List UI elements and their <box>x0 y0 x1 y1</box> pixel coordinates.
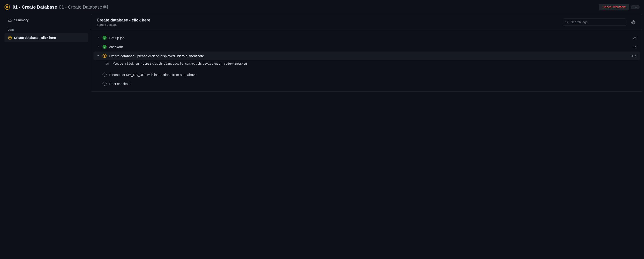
log-settings-button[interactable] <box>630 19 636 26</box>
more-actions-button[interactable] <box>631 5 640 9</box>
log-line: 16 Please click on https://auth.planetsc… <box>94 61 640 69</box>
step-row[interactable]: checkout 1s <box>94 43 640 51</box>
chevron-right-icon <box>97 36 100 39</box>
sidebar: Summary Jobs Create database - click her… <box>2 14 91 92</box>
sidebar-job-label: Create database - click here <box>14 36 56 40</box>
step-row[interactable]: Post checkout <box>94 79 640 88</box>
panel-header: Create database - click here Started 34s… <box>91 14 642 30</box>
step-row[interactable]: Create database - please click on displa… <box>94 52 640 60</box>
step-duration: 1s <box>633 45 636 49</box>
step-label: Please set MY_DB_URL with instructions f… <box>109 73 634 77</box>
step-label: checkout <box>109 45 630 49</box>
job-started-time: Started 34s ago <box>97 23 559 27</box>
gear-icon <box>631 20 635 24</box>
workflow-run-label: 01 - Create Database #4 <box>59 5 108 10</box>
chevron-right-icon <box>97 45 100 48</box>
kebab-icon <box>634 7 637 8</box>
chevron-down-icon <box>97 54 100 57</box>
sidebar-summary-label: Summary <box>14 18 28 22</box>
sidebar-summary-item[interactable]: Summary <box>4 16 88 24</box>
home-icon <box>8 18 12 22</box>
svg-line-1 <box>568 23 568 24</box>
running-status-icon <box>102 54 106 58</box>
workflow-header: 01 - Create Database 01 - Create Databas… <box>0 0 644 14</box>
running-status-icon <box>4 4 10 10</box>
jobs-section-title: Jobs <box>4 24 88 33</box>
svg-point-0 <box>566 21 568 23</box>
success-status-icon <box>102 36 106 40</box>
workflow-title: 01 - Create Database <box>13 5 57 10</box>
job-title: Create database - click here <box>97 18 559 23</box>
step-label: Create database - please click on displa… <box>109 54 629 58</box>
running-status-icon <box>8 36 12 40</box>
log-line-number: 16 <box>104 62 109 65</box>
pending-status-icon <box>102 82 106 86</box>
success-status-icon <box>102 45 106 49</box>
header-title-group: 01 - Create Database 01 - Create Databas… <box>13 5 596 10</box>
pending-status-icon <box>102 73 106 77</box>
step-row[interactable]: Set up job 2s <box>94 34 640 42</box>
cancel-workflow-button[interactable]: Cancel workflow <box>598 4 629 11</box>
search-logs-input[interactable] <box>563 19 626 26</box>
step-duration: 31s <box>631 54 636 58</box>
steps-list: Set up job 2s checkout 1s <box>91 30 642 92</box>
search-icon <box>565 20 569 24</box>
step-label: Set up job <box>109 36 630 40</box>
auth-link[interactable]: https://auth.planetscale.com/oauth/devic… <box>141 62 247 65</box>
step-label: Post checkout <box>109 82 634 86</box>
step-row[interactable]: Please set MY_DB_URL with instructions f… <box>94 70 640 79</box>
job-log-panel: Create database - click here Started 34s… <box>91 14 642 92</box>
log-text: Please click on https://auth.planetscale… <box>112 62 247 65</box>
step-duration: 2s <box>633 36 636 40</box>
sidebar-job-item[interactable]: Create database - click here <box>4 33 88 42</box>
